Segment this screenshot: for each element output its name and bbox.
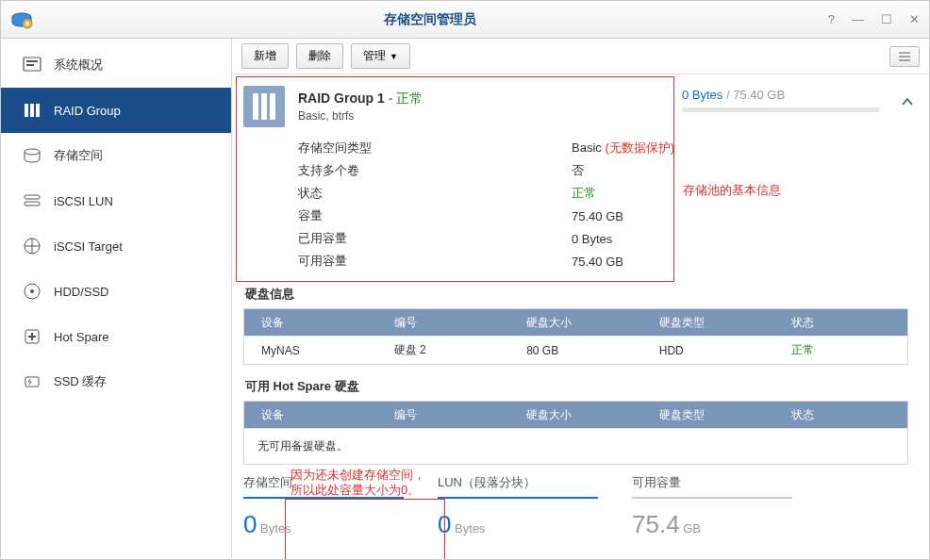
sidebar-item-hdd-ssd[interactable]: HDD/SSD bbox=[1, 269, 231, 314]
stat-unit: Bytes bbox=[260, 521, 291, 535]
svg-rect-5 bbox=[26, 60, 38, 62]
sidebar-label: HDD/SSD bbox=[54, 285, 109, 299]
svg-point-10 bbox=[25, 149, 40, 155]
stat-lun: LUN（段落分块） 0 Bytes bbox=[438, 474, 598, 539]
raidgroup-subtitle: Basic, btrfs bbox=[298, 109, 423, 123]
stat-label: 存储空间 bbox=[243, 474, 404, 499]
ssd-cache-icon bbox=[22, 371, 42, 392]
svg-rect-12 bbox=[25, 202, 40, 206]
close-icon[interactable]: ✕ bbox=[909, 12, 920, 26]
capacity-bar bbox=[682, 107, 880, 112]
disk-table-header: 设备 编号 硬盘大小 硬盘类型 状态 bbox=[244, 309, 907, 336]
disk-section-title: 硬盘信息 bbox=[245, 286, 908, 303]
app-icon bbox=[10, 8, 33, 31]
hotspare-empty-row: 无可用备援硬盘。 bbox=[244, 428, 907, 464]
raidgroup-name: RAID Group 1 bbox=[298, 91, 385, 106]
sidebar-item-overview[interactable]: 系统概况 bbox=[1, 42, 231, 88]
sidebar-label: SSD 缓存 bbox=[54, 373, 107, 390]
titlebar: 存储空间管理员 ? — ☐ ✕ bbox=[1, 1, 929, 39]
sidebar-item-ssd-cache[interactable]: SSD 缓存 bbox=[1, 359, 231, 404]
stat-label: 可用容量 bbox=[632, 474, 792, 499]
sidebar-label: iSCSI LUN bbox=[54, 194, 113, 208]
delete-button[interactable]: 删除 bbox=[296, 43, 343, 69]
iscsi-lun-icon bbox=[22, 190, 42, 211]
svg-rect-21 bbox=[25, 377, 39, 387]
prop-row-type: 存储空间类型Basic (无数据保护) bbox=[298, 137, 908, 159]
stat-number: 75.4 bbox=[632, 510, 680, 538]
svg-rect-6 bbox=[26, 64, 34, 66]
capacity-summary: 0 Bytes / 75.40 GB bbox=[682, 88, 880, 112]
chevron-down-icon: ▼ bbox=[390, 52, 398, 61]
stat-unit: GB bbox=[683, 521, 701, 535]
disk-table: 设备 编号 硬盘大小 硬盘类型 状态 MyNAS 硬盘 2 80 GB HDD … bbox=[243, 308, 908, 365]
stat-number: 0 bbox=[438, 510, 451, 538]
sidebar-item-hotspare[interactable]: Hot Spare bbox=[1, 314, 231, 359]
svg-rect-11 bbox=[25, 195, 40, 199]
collapse-toggle[interactable] bbox=[901, 95, 914, 108]
maximize-icon[interactable]: ☐ bbox=[881, 12, 892, 26]
hotspare-icon bbox=[22, 326, 42, 347]
raidgroup-header-icon bbox=[243, 86, 285, 127]
raidgroup-title: RAID Group 1 - 正常 bbox=[298, 91, 423, 107]
raidgroup-status: 正常 bbox=[396, 91, 423, 106]
used-capacity: 0 Bytes bbox=[682, 88, 722, 102]
disk-table-row[interactable]: MyNAS 硬盘 2 80 GB HDD 正常 bbox=[244, 336, 907, 364]
stats-row: 存储空间 0 Bytes LUN（段落分块） 0 Bytes 可用容量 75.4… bbox=[243, 474, 908, 539]
prop-row-multi: 支持多个卷否 bbox=[298, 159, 908, 182]
svg-point-17 bbox=[30, 289, 34, 293]
sidebar-label: 存储空间 bbox=[54, 147, 103, 164]
sidebar-label: iSCSI Target bbox=[54, 239, 123, 254]
toolbar: 新增 删除 管理▼ bbox=[232, 39, 929, 74]
prop-row-capacity: 容量75.40 GB bbox=[298, 205, 908, 227]
sidebar-item-iscsi-lun[interactable]: iSCSI LUN bbox=[1, 178, 231, 223]
hdd-icon bbox=[22, 281, 42, 302]
main-panel: 新增 删除 管理▼ RAID Group 1 - 正常 Basic, bt bbox=[232, 39, 929, 559]
list-view-button[interactable] bbox=[889, 46, 920, 67]
sidebar-label: Hot Spare bbox=[54, 330, 109, 344]
raidgroup-icon bbox=[22, 100, 42, 121]
stat-volume: 存储空间 0 Bytes bbox=[243, 474, 404, 539]
iscsi-target-icon bbox=[22, 236, 42, 256]
hotspare-table: 设备 编号 硬盘大小 硬盘类型 状态 无可用备援硬盘。 bbox=[243, 401, 908, 465]
window-title: 存储空间管理员 bbox=[33, 11, 828, 28]
stat-label: LUN（段落分块） bbox=[438, 474, 598, 499]
overview-icon bbox=[22, 55, 42, 75]
properties-list: 存储空间类型Basic (无数据保护) 支持多个卷否 状态正常 容量75.40 … bbox=[298, 137, 908, 272]
hotspare-section-title: 可用 Hot Spare 硬盘 bbox=[245, 378, 908, 395]
prop-row-avail: 可用容量75.40 GB bbox=[298, 250, 908, 272]
sidebar: 系统概况 RAID Group 存储空间 iSCSI LUN iSCSI Tar… bbox=[1, 39, 232, 559]
window-controls: ? — ☐ ✕ bbox=[828, 12, 920, 26]
content-area: RAID Group 1 - 正常 Basic, btrfs 0 Bytes /… bbox=[232, 74, 929, 559]
prop-row-status: 状态正常 bbox=[298, 182, 908, 205]
svg-rect-7 bbox=[25, 104, 28, 117]
new-button[interactable]: 新增 bbox=[241, 43, 289, 69]
svg-rect-3 bbox=[26, 22, 29, 25]
no-protection-warning: (无数据保护) bbox=[605, 140, 674, 155]
total-capacity: 75.40 GB bbox=[733, 88, 785, 102]
app-window: 存储空间管理员 ? — ☐ ✕ 系统概况 RAID Group 存储空间 i bbox=[0, 0, 930, 560]
sidebar-item-iscsi-target[interactable]: iSCSI Target bbox=[1, 223, 231, 269]
manage-label: 管理 bbox=[363, 48, 386, 64]
sidebar-label: 系统概况 bbox=[54, 57, 103, 74]
sidebar-label: RAID Group bbox=[54, 104, 121, 118]
svg-rect-8 bbox=[30, 104, 34, 117]
sidebar-item-raidgroup[interactable]: RAID Group bbox=[1, 88, 231, 133]
stat-available: 可用容量 75.4 GB bbox=[632, 474, 792, 539]
minimize-icon[interactable]: — bbox=[852, 12, 864, 26]
prop-row-used: 已用容量0 Bytes bbox=[298, 227, 908, 250]
hotspare-table-header: 设备 编号 硬盘大小 硬盘类型 状态 bbox=[244, 402, 907, 428]
stat-number: 0 bbox=[243, 510, 257, 538]
help-icon[interactable]: ? bbox=[828, 12, 835, 26]
stat-unit: Bytes bbox=[455, 521, 486, 535]
sidebar-item-volume[interactable]: 存储空间 bbox=[1, 133, 231, 178]
manage-button[interactable]: 管理▼ bbox=[351, 43, 410, 69]
volume-icon bbox=[22, 145, 42, 166]
svg-rect-9 bbox=[36, 104, 40, 117]
